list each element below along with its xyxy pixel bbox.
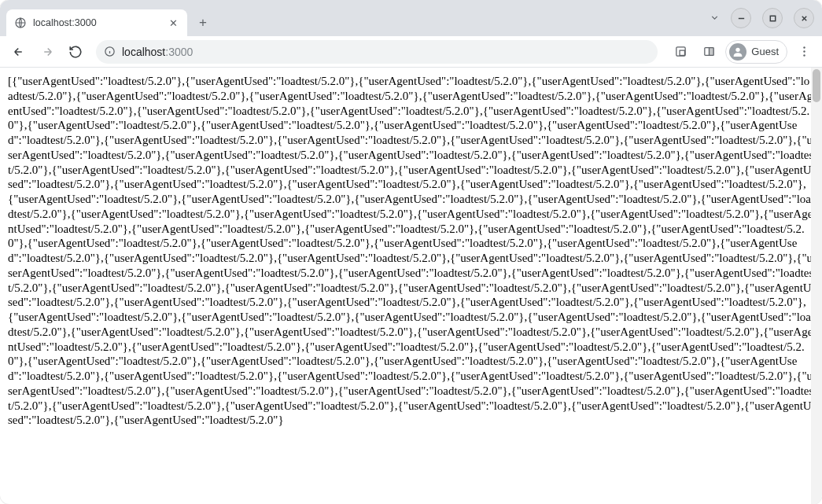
globe-icon	[14, 17, 27, 29]
window-controls	[731, 8, 814, 28]
back-button[interactable]	[6, 39, 31, 64]
browser-tab[interactable]: localhost:3000 ✕	[6, 9, 187, 36]
json-response-text: [{"userAgentUsed":"loadtest/5.2.0"},{"us…	[8, 74, 814, 428]
side-panel-icon[interactable]	[697, 40, 721, 64]
svg-point-14	[803, 46, 805, 48]
scrollbar-thumb[interactable]	[813, 69, 820, 102]
viewport: [{"userAgentUsed":"loadtest/5.2.0"},{"us…	[0, 68, 822, 504]
reload-button[interactable]	[63, 39, 88, 64]
avatar-icon	[729, 43, 746, 61]
tab-title: localhost:3000	[33, 17, 160, 28]
svg-rect-2	[770, 16, 775, 20]
titlebar: localhost:3000 ✕ +	[0, 0, 822, 36]
tab-search-chevron-icon[interactable]	[710, 13, 720, 25]
page-content[interactable]: [{"userAgentUsed":"loadtest/5.2.0"},{"us…	[0, 68, 822, 504]
tab-close-button[interactable]: ✕	[167, 17, 179, 29]
profile-label: Guest	[751, 46, 779, 57]
scrollbar-track[interactable]	[811, 68, 822, 504]
profile-button[interactable]: Guest	[725, 40, 787, 64]
forward-button[interactable]	[35, 39, 60, 64]
kebab-menu-icon[interactable]	[792, 40, 816, 64]
site-info-icon[interactable]	[104, 46, 116, 57]
address-bar[interactable]: localhost:3000	[96, 40, 658, 64]
minimize-button[interactable]	[731, 8, 751, 28]
close-window-button[interactable]	[794, 8, 814, 28]
url-host: localhost	[122, 46, 165, 58]
svg-point-15	[803, 50, 805, 52]
browser-window: localhost:3000 ✕ +	[0, 0, 822, 504]
svg-rect-12	[709, 48, 713, 56]
svg-point-13	[736, 47, 740, 51]
toolbar-right: Guest	[665, 40, 816, 64]
svg-point-16	[803, 54, 805, 56]
install-pwa-icon[interactable]	[669, 40, 692, 64]
new-tab-button[interactable]: +	[192, 12, 214, 34]
url-port: :3000	[165, 46, 193, 58]
toolbar: localhost:3000 Guest	[0, 36, 822, 68]
maximize-button[interactable]	[762, 8, 783, 28]
svg-rect-9	[680, 50, 684, 55]
url-text: localhost:3000	[122, 46, 193, 58]
